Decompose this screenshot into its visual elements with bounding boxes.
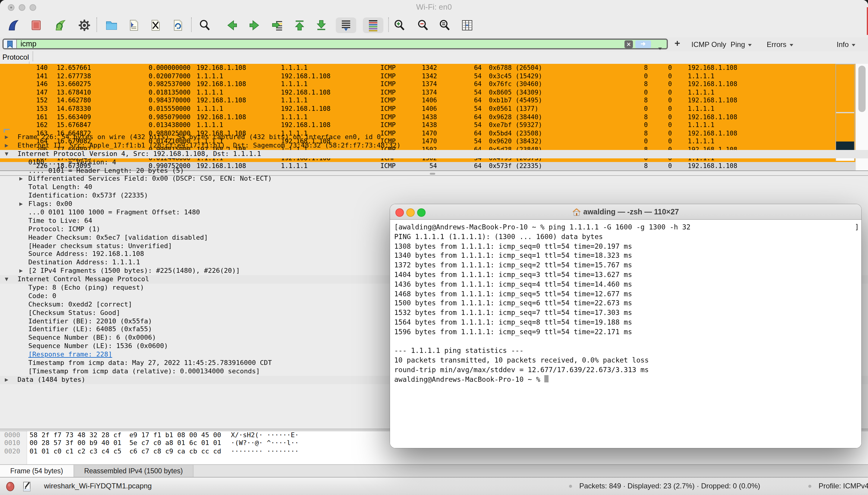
terminal-line: 1308 bytes from 1.1.1.1: icmp_seq=0 ttl=… <box>390 242 862 252</box>
terminal-line: 1596 bytes from 1.1.1.1: icmp_seq=9 ttl=… <box>390 328 862 337</box>
zoom-original-icon[interactable] <box>438 17 452 33</box>
wireshark-titlebar: Wi-Fi: en0 <box>0 0 868 13</box>
packet-row[interactable]: 146 13.660275 0.982537000 192.168.1.108 … <box>0 80 868 88</box>
column-header[interactable]: Protocol <box>0 51 33 62</box>
packet-row[interactable]: 147 13.678410 0.018135000 1.1.1.1 192.16… <box>0 88 868 97</box>
resize-columns-icon[interactable] <box>460 17 474 33</box>
capture-options-gear-icon[interactable] <box>77 17 92 33</box>
byte-view-tab-bar: Frame (54 bytes)Reassembled IPv4 (1500 b… <box>0 464 868 477</box>
zoom-in-icon[interactable] <box>392 17 407 33</box>
add-filter-button[interactable]: + <box>674 38 680 49</box>
scrollbar-thumb[interactable] <box>858 66 866 112</box>
terminal-command-line: [awalding@Andrews-MacBook-Pro-10 ~ % pin… <box>390 223 862 233</box>
auto-scroll-icon[interactable] <box>336 17 356 33</box>
terminal-content[interactable]: [awalding@Andrews-MacBook-Pro-10 ~ % pin… <box>390 220 862 448</box>
filter-bookmark-icon[interactable] <box>4 40 17 48</box>
packet-row[interactable]: 153 14.678330 0.015550000 1.1.1.1 192.16… <box>0 105 868 113</box>
next-packet-icon[interactable] <box>247 17 262 33</box>
terminal-line: 1404 bytes from 1.1.1.1: icmp_seq=3 ttl=… <box>390 270 862 280</box>
terminal-window: awalding — -zsh — 110×27 [awalding@Andre… <box>390 204 862 448</box>
packet-row[interactable]: 140 12.657661 0.000000000 192.168.1.108 … <box>0 64 868 72</box>
command-mark: ] <box>855 223 859 233</box>
hex-row[interactable]: 002001 01 c0 c1 c2 c3 c4 c5 c6 c7 c8 c9 … <box>0 447 868 456</box>
status-separator-dot <box>569 485 572 488</box>
filter-shortcut-errors[interactable]: Errors <box>767 40 793 49</box>
save-file-icon[interactable] <box>127 17 141 33</box>
expert-info-icon[interactable] <box>6 482 15 491</box>
chevron-down-icon <box>789 44 793 46</box>
packet-row[interactable]: 141 12.677738 0.020077000 1.1.1.1 192.16… <box>0 72 868 80</box>
filter-apply-icon[interactable]: ➜ <box>635 40 651 48</box>
reload-file-icon[interactable] <box>170 17 185 33</box>
terminal-line: 1372 bytes from 1.1.1.1: icmp_seq=2 ttl=… <box>390 261 862 270</box>
filter-value: icmp <box>20 40 36 48</box>
go-to-packet-icon[interactable] <box>270 17 284 33</box>
terminal-cursor <box>545 375 549 383</box>
terminal-line: 10 packets transmitted, 10 packets recei… <box>390 356 862 365</box>
capture-file-name[interactable]: wireshark_Wi-FiYDQTM1.pcapng <box>44 478 152 495</box>
filter-shortcut-icmp-only[interactable]: ICMP Only <box>691 40 726 49</box>
packet-row[interactable]: 152 14.662780 0.984370000 192.168.1.108 … <box>0 97 868 105</box>
status-bar: wireshark_Wi-FiYDQTM1.pcapng Packets: 84… <box>0 477 868 495</box>
fragment-start-mark <box>4 129 10 133</box>
filter-shortcut-ping[interactable]: Ping <box>731 40 752 49</box>
find-packet-icon[interactable] <box>198 17 212 33</box>
packet-row[interactable]: 162 15.676847 0.013438000 1.1.1.1 192.16… <box>0 121 868 129</box>
terminal-line: 1564 bytes from 1.1.1.1: icmp_seq=8 ttl=… <box>390 318 862 328</box>
toolbar-separator <box>388 17 389 32</box>
filter-bar: icmp ✕ ➜ + ICMP Only Ping Errors Info <box>0 37 868 51</box>
stop-capture-icon[interactable] <box>29 17 44 33</box>
window-title: Wi-Fi: en0 <box>0 2 868 12</box>
terminal-line: 1436 bytes from 1.1.1.1: icmp_seq=4 ttl=… <box>390 280 862 290</box>
terminal-line: 1340 bytes from 1.1.1.1: icmp_seq=1 ttl=… <box>390 252 862 261</box>
chevron-down-icon <box>748 44 752 46</box>
previous-packet-icon[interactable] <box>225 17 239 33</box>
last-packet-icon[interactable] <box>314 17 328 33</box>
zoom-out-icon[interactable] <box>416 17 430 33</box>
open-file-icon[interactable] <box>104 17 119 33</box>
byte-view-tab[interactable]: Frame (54 bytes) <box>0 465 74 477</box>
terminal-line <box>390 337 862 346</box>
terminal-line: 1532 bytes from 1.1.1.1: icmp_seq=7 ttl=… <box>390 308 862 318</box>
chevron-down-icon <box>852 44 855 46</box>
byte-view-tab[interactable]: Reassembled IPv4 (1500 bytes) <box>74 465 194 477</box>
profile-indicator[interactable]: Profile: ICMPv4 <box>819 478 868 495</box>
capture-comment-icon[interactable] <box>23 481 32 492</box>
terminal-line: PING 1.1.1.1 (1.1.1.1): (1300 ... 1600) … <box>390 233 862 242</box>
main-toolbar <box>0 13 868 38</box>
status-separator-dot <box>808 485 811 488</box>
terminal-prompt-line: awalding@Andrews-MacBook-Pro-10 ~ % <box>390 375 862 385</box>
filter-history-chevron-icon[interactable] <box>658 42 662 53</box>
terminal-line: 1468 bytes from 1.1.1.1: icmp_seq=5 ttl=… <box>390 289 862 299</box>
terminal-title: awalding — -zsh — 110×27 <box>390 204 862 220</box>
colorize-icon[interactable] <box>363 17 383 33</box>
restart-capture-icon[interactable] <box>53 17 67 33</box>
terminal-line: 1500 bytes from 1.1.1.1: icmp_seq=6 ttl=… <box>390 299 862 309</box>
packet-counts: Packets: 849 · Displayed: 23 (2.7%) · Dr… <box>579 478 760 495</box>
first-packet-icon[interactable] <box>292 17 307 33</box>
toolbar-separator <box>96 17 97 32</box>
start-capture-icon[interactable] <box>6 17 20 33</box>
filter-shortcut-info[interactable]: Info <box>837 40 855 49</box>
toolbar-separator <box>191 17 192 32</box>
terminal-titlebar[interactable]: awalding — -zsh — 110×27 <box>390 204 862 220</box>
display-filter-input[interactable]: icmp ✕ ➜ <box>2 38 668 49</box>
terminal-line: --- 1.1.1.1 ping statistics --- <box>390 346 862 356</box>
background-window-edge <box>867 7 868 35</box>
terminal-line: round-trip min/avg/max/stddev = 12.677/1… <box>390 365 862 375</box>
packet-row[interactable]: 161 15.663409 0.985079000 192.168.1.108 … <box>0 113 868 121</box>
minimap-segment <box>836 65 854 112</box>
close-file-icon[interactable] <box>148 17 163 33</box>
desktop: Wi-Fi: en0 <box>0 0 868 495</box>
home-folder-icon <box>572 208 580 216</box>
filter-clear-icon[interactable]: ✕ <box>624 40 633 48</box>
